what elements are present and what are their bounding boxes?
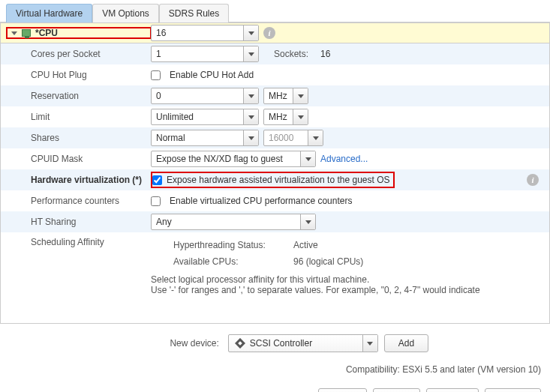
new-device-value: SCSI Controller [250,338,312,349]
ht-sharing-label: HT Sharing [7,217,151,227]
dropdown-icon[interactable] [243,130,258,145]
perf-counters-row: Performance counters Enable virtualized … [1,190,549,211]
reservation-value: 0 [152,91,243,101]
cpuid-mask-select[interactable]: Expose the NX/XD flag to guest [151,151,316,167]
tabs-bar: Virtual Hardware VM Options SDRS Rules [0,4,550,22]
perf-counters-text: Enable virtualized CPU performance count… [170,196,352,206]
ht-sharing-value: Any [152,217,300,227]
shares-value: Normal [152,133,243,143]
hardware-virt-row: Hardware virtualization (*) Expose hardw… [1,169,549,190]
cpu-count-select[interactable]: 16 [151,25,259,41]
cancel-button[interactable]: Cancel [485,388,541,392]
limit-unit-select[interactable]: MHz [263,109,308,125]
ht-status-value: Active [293,240,318,250]
hardware-virt-checkbox[interactable] [152,175,162,185]
dropdown-icon[interactable] [362,335,377,352]
ht-sharing-row: HT Sharing Any [1,211,549,232]
cores-value: 1 [152,49,243,59]
dropdown-icon[interactable] [293,88,308,103]
cores-per-socket-select[interactable]: 1 [151,46,259,62]
hardware-panel: *CPU 16 i Cores per Socket 1 Sockets: 16… [0,22,550,324]
cpu-hot-plug-row: CPU Hot Plug Enable CPU Hot Add [1,64,549,85]
perf-counters-label: Performance counters [7,196,151,206]
reservation-unit-select[interactable]: MHz [263,88,308,104]
avail-cpus-value: 96 (logical CPUs) [293,256,363,267]
dropdown-icon[interactable] [243,46,258,61]
dropdown-icon[interactable] [243,109,258,124]
expand-icon[interactable] [11,31,17,35]
ht-sharing-select[interactable]: Any [151,214,316,230]
sched-help-2: Use '-' for ranges and ',' to separate v… [151,285,543,295]
cpu-label: *CPU [35,28,58,38]
cpu-hot-plug-text: Enable CPU Hot Add [170,70,254,80]
compatibility-text: Compatibility: ESXi 5.5 and later (VM ve… [9,355,541,388]
sched-help-1: Select logical processor affinity for th… [151,270,543,285]
limit-input[interactable]: Unlimited [151,109,259,125]
cpu-hot-plug-checkbox[interactable] [151,70,161,80]
cpuid-mask-label: CPUID Mask [7,154,151,164]
scsi-icon [235,338,245,349]
sockets-label: Sockets: [274,49,308,59]
info-icon[interactable]: i [527,174,539,186]
sockets-value: 16 [320,49,330,59]
shares-select[interactable]: Normal [151,130,259,146]
limit-unit: MHz [264,112,293,122]
sched-affinity-label: Scheduling Affinity [7,237,151,247]
cpu-hot-plug-label: CPU Hot Plug [7,70,151,80]
shares-row: Shares Normal 16000 [1,127,549,148]
dropdown-icon[interactable] [243,88,258,103]
cpuid-advanced-link[interactable]: Advanced... [320,154,368,164]
shares-label: Shares [7,133,151,143]
dropdown-icon[interactable] [300,214,315,229]
dropdown-icon[interactable] [300,151,315,166]
dropdown-icon[interactable] [308,130,323,145]
new-device-select[interactable]: SCSI Controller [228,334,378,352]
limit-row: Limit Unlimited MHz [1,106,549,127]
ht-status-label: Hyperthreading Status: [173,240,293,250]
limit-value: Unlimited [152,112,243,122]
new-device-label: New device: [122,338,219,349]
cores-per-socket-label: Cores per Socket [7,49,151,59]
back-button[interactable]: Back [318,388,367,392]
limit-label: Limit [7,112,151,122]
cpu-icon [22,29,31,37]
cpu-row[interactable]: *CPU 16 i [1,22,549,43]
next-button[interactable]: Next [373,388,420,392]
hardware-virt-label: Hardware virtualization (*) [7,175,151,185]
finish-button: Finish [426,388,479,392]
cpuid-mask-value: Expose the NX/XD flag to guest [152,154,300,164]
new-device-row: New device: SCSI Controller Add [9,330,541,355]
cores-per-socket-row: Cores per Socket 1 Sockets: 16 [1,43,549,64]
perf-counters-checkbox[interactable] [151,196,161,206]
reservation-label: Reservation [7,91,151,101]
shares-input-value: 16000 [264,133,308,143]
tab-virtual-hardware[interactable]: Virtual Hardware [6,4,92,22]
reservation-row: Reservation 0 MHz [1,85,549,106]
tab-sdrs-rules[interactable]: SDRS Rules [159,4,229,22]
info-icon[interactable]: i [263,27,275,39]
shares-input[interactable]: 16000 [263,130,323,146]
cpu-count-value: 16 [152,28,243,38]
dropdown-icon[interactable] [293,109,308,124]
avail-cpus-label: Available CPUs: [173,256,293,267]
cpuid-mask-row: CPUID Mask Expose the NX/XD flag to gues… [1,148,549,169]
sched-affinity-row: Scheduling Affinity Hyperthreading Statu… [1,232,549,300]
add-button[interactable]: Add [384,334,428,352]
tab-vm-options[interactable]: VM Options [92,4,159,22]
wizard-buttons: Back Next Finish Cancel [9,388,541,392]
dropdown-icon[interactable] [243,25,258,40]
hardware-virt-highlight: Expose hardware assisted virtualization … [151,172,395,188]
hardware-virt-text: Expose hardware assisted virtualization … [167,175,390,185]
reservation-unit: MHz [264,91,293,101]
reservation-input[interactable]: 0 [151,88,259,104]
footer: New device: SCSI Controller Add Compatib… [0,324,550,392]
